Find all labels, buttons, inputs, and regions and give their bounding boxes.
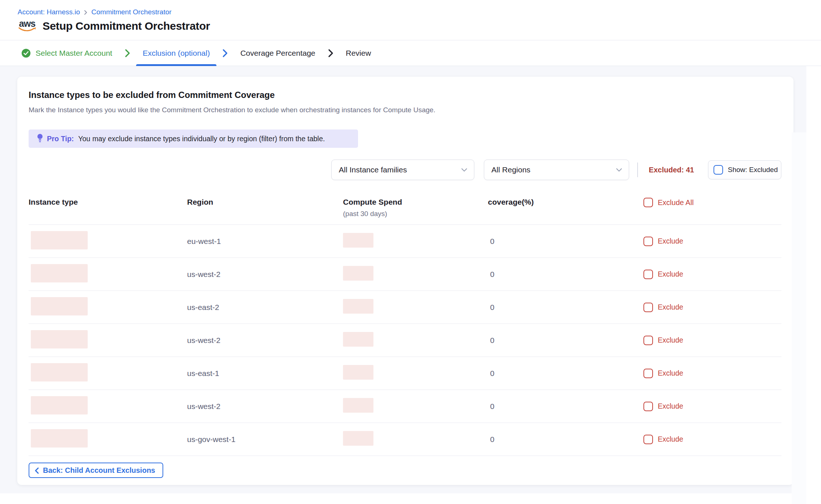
region-cell: eu-west-1 bbox=[187, 237, 343, 246]
show-excluded-checkbox[interactable] bbox=[714, 165, 723, 175]
exclude-label: Exclude bbox=[658, 270, 683, 278]
show-excluded-toggle[interactable]: Show: Excluded bbox=[708, 160, 781, 179]
region-cell: us-east-2 bbox=[187, 303, 343, 312]
breadcrumb: Account: Harness.io Commitment Orchestra… bbox=[0, 0, 821, 16]
region-cell: us-east-1 bbox=[187, 369, 343, 378]
region-cell: us-gov-west-1 bbox=[187, 435, 343, 444]
compute-spend-title: Compute Spend bbox=[343, 198, 488, 207]
redacted-instance-type bbox=[31, 330, 88, 348]
protip-label: Pro Tip: bbox=[47, 135, 74, 143]
step-select-master-account[interactable]: Select Master Account bbox=[21, 40, 112, 66]
exclude-cell: Exclude bbox=[643, 237, 781, 246]
step-review[interactable]: Review bbox=[346, 40, 371, 66]
exclude-all-checkbox[interactable] bbox=[643, 198, 653, 207]
chevron-down-icon bbox=[616, 168, 622, 172]
redacted-compute-spend bbox=[343, 332, 373, 347]
aws-logo: aws bbox=[18, 20, 37, 32]
step-coverage-percentage[interactable]: Coverage Percentage bbox=[240, 40, 315, 66]
column-header-exclude-all: Exclude All bbox=[643, 198, 781, 207]
exclude-cell: Exclude bbox=[643, 336, 781, 345]
page-title: Setup Commitment Orchestrator bbox=[43, 20, 210, 32]
column-header-coverage: coverage(%) bbox=[488, 198, 642, 207]
table-header: Instance type Region Compute Spend (past… bbox=[29, 196, 781, 225]
exclude-cell: Exclude bbox=[643, 303, 781, 312]
instance-type-cell bbox=[29, 231, 187, 251]
compute-spend-cell bbox=[343, 332, 488, 348]
column-header-region: Region bbox=[187, 198, 343, 207]
exclude-label: Exclude bbox=[658, 336, 683, 344]
exclude-checkbox[interactable] bbox=[643, 369, 653, 378]
exclude-label: Exclude bbox=[658, 435, 683, 443]
compute-spend-cell bbox=[343, 266, 488, 282]
instance-family-select[interactable]: All Instance families bbox=[331, 160, 474, 180]
table-row: us-gov-west-1 0 Exclude bbox=[29, 423, 781, 456]
region-select[interactable]: All Regions bbox=[484, 160, 629, 180]
show-excluded-label: Show: Excluded bbox=[728, 166, 778, 174]
exclude-checkbox[interactable] bbox=[643, 336, 653, 345]
breadcrumb-page-link[interactable]: Commitment Orchestrator bbox=[91, 8, 172, 16]
step-label: Select Master Account bbox=[36, 49, 112, 58]
exclude-checkbox[interactable] bbox=[643, 402, 653, 411]
compute-spend-cell bbox=[343, 365, 488, 381]
redacted-instance-type bbox=[31, 429, 88, 448]
chevron-right-icon bbox=[125, 49, 130, 58]
chevron-down-icon bbox=[461, 168, 467, 172]
table-row: eu-west-1 0 Exclude bbox=[29, 225, 781, 258]
filter-row: All Instance families All Regions Exclud… bbox=[29, 160, 781, 180]
instance-family-select-value: All Instance families bbox=[339, 165, 407, 174]
chevron-left-icon bbox=[34, 467, 39, 474]
exclude-cell: Exclude bbox=[643, 435, 781, 444]
excluded-count: Excluded: 41 bbox=[649, 166, 694, 174]
vertical-divider bbox=[637, 162, 638, 177]
compute-spend-cell bbox=[343, 398, 488, 414]
page-header: Account: Harness.io Commitment Orchestra… bbox=[0, 0, 821, 40]
exclude-label: Exclude bbox=[658, 303, 683, 311]
redacted-compute-spend bbox=[343, 266, 373, 281]
compute-spend-cell bbox=[343, 233, 488, 249]
redacted-compute-spend bbox=[343, 365, 373, 380]
table-row: us-east-2 0 Exclude bbox=[29, 291, 781, 324]
chevron-right-icon bbox=[222, 49, 228, 58]
exclude-cell: Exclude bbox=[643, 270, 781, 279]
exclude-checkbox[interactable] bbox=[643, 303, 653, 312]
coverage-cell: 0 bbox=[490, 336, 642, 345]
redacted-compute-spend bbox=[343, 398, 373, 413]
exclude-checkbox[interactable] bbox=[643, 435, 653, 444]
column-header-compute-spend: Compute Spend (past 30 days) bbox=[343, 198, 488, 218]
redacted-instance-type bbox=[31, 264, 88, 282]
region-cell: us-west-2 bbox=[187, 402, 343, 411]
card-heading: Instance types to be excluded from Commi… bbox=[29, 90, 781, 100]
breadcrumb-account-link[interactable]: Account: Harness.io bbox=[18, 8, 80, 16]
exclude-checkbox[interactable] bbox=[643, 237, 653, 246]
lightbulb-icon bbox=[37, 134, 43, 143]
instance-type-cell bbox=[29, 363, 187, 383]
exclude-cell: Exclude bbox=[643, 369, 781, 378]
back-button[interactable]: Back: Child Account Exclusions bbox=[29, 463, 163, 478]
step-label: Coverage Percentage bbox=[240, 49, 315, 58]
redacted-compute-spend bbox=[343, 431, 373, 446]
exclude-label: Exclude bbox=[658, 369, 683, 377]
coverage-cell: 0 bbox=[490, 270, 642, 279]
title-row: aws Setup Commitment Orchestrator bbox=[0, 16, 821, 32]
step-exclusion[interactable]: Exclusion (optional) bbox=[143, 40, 210, 66]
step-label: Exclusion (optional) bbox=[143, 49, 210, 58]
chevron-right-icon bbox=[328, 49, 333, 58]
table-row: us-east-1 0 Exclude bbox=[29, 357, 781, 390]
coverage-cell: 0 bbox=[490, 237, 642, 246]
coverage-cell: 0 bbox=[490, 435, 642, 444]
compute-spend-subtitle: (past 30 days) bbox=[343, 210, 488, 218]
aws-smile-icon bbox=[18, 27, 36, 32]
exclude-checkbox[interactable] bbox=[643, 270, 653, 279]
main-content: Instance types to be excluded from Commi… bbox=[0, 66, 806, 493]
coverage-cell: 0 bbox=[490, 303, 642, 312]
instance-type-cell bbox=[29, 297, 187, 317]
back-button-label: Back: Child Account Exclusions bbox=[43, 466, 155, 475]
redacted-instance-type bbox=[31, 297, 88, 315]
instance-type-cell bbox=[29, 330, 187, 350]
instance-type-cell bbox=[29, 429, 187, 449]
exclusion-card: Instance types to be excluded from Commi… bbox=[17, 77, 793, 485]
exclude-all-label: Exclude All bbox=[658, 198, 694, 207]
card-subheading: Mark the Instance types you would like t… bbox=[29, 106, 781, 114]
aws-logo-text: aws bbox=[19, 20, 35, 28]
protip-banner: Pro Tip: You may exclude instance types … bbox=[29, 129, 358, 148]
